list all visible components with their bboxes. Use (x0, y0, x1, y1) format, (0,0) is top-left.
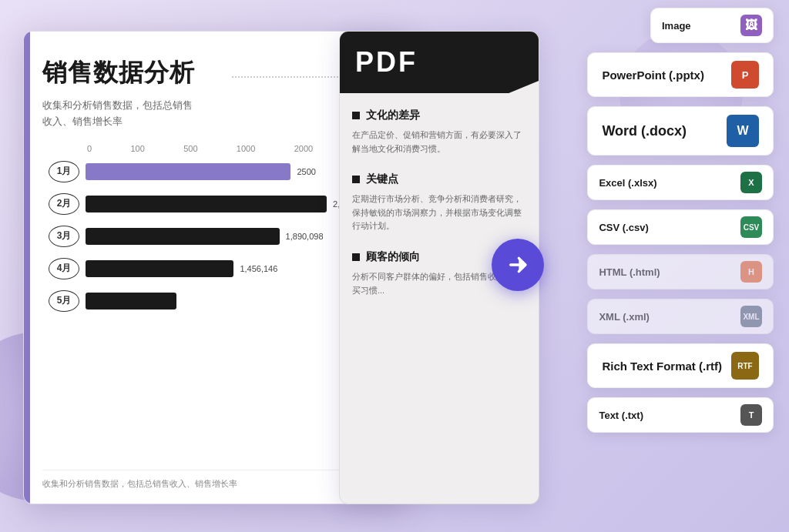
format-icon-excel: X (740, 172, 762, 193)
bar-feb (86, 196, 327, 212)
bar-may (86, 293, 176, 309)
format-button-excel[interactable]: Excel (.xlsx) X (587, 165, 774, 200)
bar-value-apr: 1,456,146 (240, 264, 277, 273)
axis-100: 100 (130, 144, 144, 153)
section-square-customer (352, 253, 360, 261)
bar-wrapper-mar: 1,890,098 (86, 228, 371, 245)
format-icon-pptx: P (731, 61, 759, 89)
bar-wrapper-may (86, 293, 371, 309)
chart-area: 0 100 500 1000 2000 2500 1月 2500 2月 2,13… (42, 144, 383, 312)
pdf-section-culture: 文化的差异 在产品定价、促销和营销方面，有必要深入了解当地文化和消费习惯。 (352, 109, 526, 156)
format-label-word: Word (.docx) (602, 123, 717, 139)
formats-panel: Image 🖼 PowerPoint (.pptx) P Word (.docx… (587, 8, 774, 433)
format-button-word[interactable]: Word (.docx) W (587, 106, 774, 156)
doc-footer: 收集和分析销售数据，包括总销售收入、销售增长率 (42, 470, 389, 490)
chart-row-apr: 4月 1,456,146 (49, 258, 371, 279)
doc-subtitle: 收集和分析销售数据，包括总销售收入、销售增长率 (42, 98, 196, 130)
format-label-image: Image (662, 20, 731, 32)
format-label-txt: Text (.txt) (599, 410, 731, 421)
format-label-excel: Excel (.xlsx) (599, 177, 731, 189)
bar-value-mar: 1,890,098 (286, 232, 324, 241)
pdf-section-title-culture: 文化的差异 (352, 109, 526, 122)
month-may: 5月 (49, 290, 79, 312)
pdf-header-text: PDF (355, 46, 418, 79)
bar-wrapper-apr: 1,456,146 (86, 260, 371, 277)
format-button-txt[interactable]: Text (.txt) T (587, 397, 774, 433)
chart-row-mar: 3月 1,890,098 (49, 226, 371, 247)
pdf-header: PDF (340, 32, 539, 93)
format-button-image[interactable]: Image 🖼 (650, 8, 774, 43)
section-square-culture (352, 112, 360, 119)
pdf-section-key: 关键点 定期进行市场分析、竞争分析和消费者研究，保持敏锐的市场洞察力，并根据市场… (352, 172, 526, 233)
bar-jan (86, 163, 290, 180)
doc-accent-bar (24, 32, 30, 504)
format-label-pptx: PowerPoint (.pptx) (602, 69, 722, 82)
month-feb: 2月 (49, 193, 79, 215)
bar-apr (86, 260, 233, 277)
chart-row-jan: 1月 2500 (49, 161, 371, 182)
format-label-xml: XML (.xml) (599, 311, 731, 323)
axis-500: 500 (183, 144, 197, 153)
section-label-culture: 文化的差异 (366, 109, 420, 122)
chart-row-feb: 2月 2,133,456 (49, 193, 371, 215)
format-icon-word: W (727, 115, 759, 147)
month-jan: 1月 (49, 161, 79, 182)
axis-2000: 2000 (294, 144, 313, 153)
month-apr: 4月 (49, 258, 79, 279)
format-label-csv: CSV (.csv) (599, 222, 731, 233)
format-button-rtf[interactable]: Rich Text Format (.rtf) RTF (587, 343, 774, 388)
section-text-culture: 在产品定价、促销和营销方面，有必要深入了解当地文化和消费习惯。 (352, 129, 526, 156)
bar-wrapper-jan: 2500 (86, 163, 371, 180)
axis-1000: 1000 (237, 144, 255, 153)
bar-value-jan: 2500 (297, 167, 315, 176)
convert-arrow-button[interactable] (492, 239, 544, 291)
format-label-html: HTML (.html) (599, 266, 731, 278)
section-text-key: 定期进行市场分析、竞争分析和消费者研究，保持敏锐的市场洞察力，并根据市场变化调整… (352, 192, 526, 233)
format-icon-rtf: RTF (731, 352, 759, 380)
format-button-xml[interactable]: XML (.xml) XML (587, 299, 774, 334)
format-icon-xml: XML (740, 306, 762, 327)
format-button-pptx[interactable]: PowerPoint (.pptx) P (587, 52, 774, 97)
format-icon-html: H (740, 261, 762, 283)
bar-wrapper-feb: 2,133,456 (86, 196, 371, 212)
format-button-html[interactable]: HTML (.html) H (587, 254, 774, 289)
pdf-body: 文化的差异 在产品定价、促销和营销方面，有必要深入了解当地文化和消费习惯。 关键… (340, 93, 539, 330)
axis-0: 0 (87, 144, 92, 153)
bar-mar (86, 228, 280, 245)
section-label-key: 关键点 (366, 172, 398, 186)
pdf-section-title-key: 关键点 (352, 172, 526, 186)
section-label-customer: 顾客的倾向 (366, 250, 420, 264)
month-mar: 3月 (49, 226, 79, 247)
chart-axis: 0 100 500 1000 2000 2500 (49, 144, 371, 153)
arrow-right-icon (505, 253, 530, 277)
format-button-csv[interactable]: CSV (.csv) CSV (587, 209, 774, 245)
doc-title: 销售数据分析 (42, 56, 383, 90)
format-icon-csv: CSV (740, 216, 762, 238)
format-label-rtf: Rich Text Format (.rtf) (602, 360, 722, 373)
section-square-key (352, 176, 360, 183)
chart-row-may: 5月 (49, 290, 371, 312)
format-icon-image: 🖼 (740, 15, 762, 36)
format-icon-txt: T (740, 404, 762, 426)
